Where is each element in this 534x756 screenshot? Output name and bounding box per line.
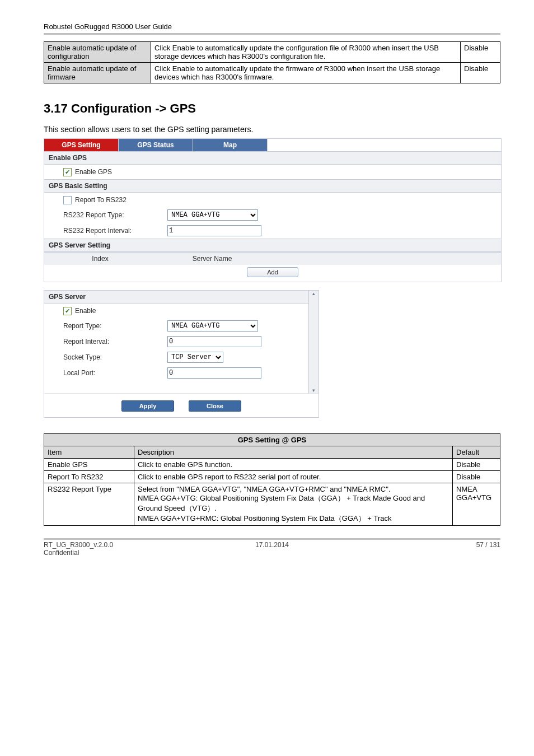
tab-gps-status[interactable]: GPS Status <box>119 139 193 151</box>
label-report-interval: Report Interval: <box>63 338 167 346</box>
band-enable-gps: Enable GPS <box>44 151 501 165</box>
header-rule <box>44 33 500 35</box>
gps-setting-panel: GPS Setting GPS Status Map Enable GPS ✔ … <box>44 138 502 282</box>
head-desc: Description <box>134 446 453 459</box>
label-enable-gps: Enable GPS <box>75 168 112 176</box>
label-socket-type: Socket Type: <box>63 353 167 361</box>
cell-default: Disable <box>453 459 500 471</box>
section-heading: 3.17 Configuration -> GPS <box>44 101 500 116</box>
cell-item: Enable GPS <box>44 459 134 471</box>
table-row: Enable automatic update of configuration… <box>44 42 500 63</box>
table-row: Enable automatic update of firmware Clic… <box>44 63 500 83</box>
label-local-port: Local Port: <box>63 369 167 377</box>
label-report-type: Report Type: <box>63 322 167 330</box>
apply-button[interactable]: Apply <box>121 400 174 412</box>
cell-default: Disable <box>461 63 500 83</box>
head-default: Default <box>453 446 500 459</box>
cell-item: RS232 Report Type <box>44 483 134 526</box>
select-socket-type[interactable]: TCP Server <box>167 352 223 363</box>
scroll-down-icon[interactable]: ▾ <box>312 388 315 393</box>
table-row: Enable GPS Click to enable GPS function.… <box>44 459 500 471</box>
top-config-table: Enable automatic update of configuration… <box>44 41 500 83</box>
input-report-interval[interactable] <box>167 336 261 347</box>
table-caption: GPS Setting @ GPS <box>44 434 500 446</box>
tab-spacer <box>268 139 501 151</box>
cell-default: NMEA GGA+VTG <box>453 483 500 526</box>
cell-desc: Select from "NMEA GGA+VTG", "NMEA GGA+VT… <box>134 483 453 526</box>
table-row: RS232 Report Type Select from "NMEA GGA+… <box>44 483 500 526</box>
footer-left-2: Confidential <box>44 549 79 557</box>
cell-desc: Click Enable to automatically update the… <box>151 42 461 63</box>
tab-gps-setting[interactable]: GPS Setting <box>44 139 119 151</box>
table-row: Report To RS232 Click to enable GPS repo… <box>44 471 500 483</box>
footer-right: 57 / 131 <box>348 541 500 557</box>
band-gps-server-setting: GPS Server Setting <box>44 239 501 252</box>
col-server-name: Server Name <box>156 253 268 265</box>
scrollbar[interactable]: ▴ ▾ <box>308 291 318 393</box>
checkbox-enable-gps[interactable]: ✔ <box>63 168 72 176</box>
col-index: Index <box>44 253 156 265</box>
label-server-enable: Enable <box>75 307 96 315</box>
gps-server-dialog: GPS Server ✔ Enable Report Type: NMEA GG… <box>44 290 319 418</box>
intro-text: This section allows users to set the GPS… <box>44 125 500 134</box>
close-button[interactable]: Close <box>189 400 241 412</box>
doc-header: Robustel GoRugged R3000 User Guide <box>44 22 500 31</box>
footer-rule <box>44 538 500 540</box>
band-gps-basic: GPS Basic Setting <box>44 179 501 193</box>
select-rs232-type[interactable]: NMEA GGA+VTG <box>167 209 258 221</box>
label-report-rs232: Report To RS232 <box>75 196 127 204</box>
footer-left-1: RT_UG_R3000_v.2.0.0 <box>44 541 113 549</box>
gps-setting-table: GPS Setting @ GPS Item Description Defau… <box>44 433 500 526</box>
cell-desc: Click to enable GPS report to RS232 seri… <box>134 471 453 483</box>
cell-item: Enable automatic update of firmware <box>44 63 151 83</box>
label-rs232-type: RS232 Report Type: <box>63 211 167 219</box>
cell-default: Disable <box>453 471 500 483</box>
input-rs232-interval[interactable] <box>167 225 261 236</box>
add-button[interactable]: Add <box>247 267 298 277</box>
checkbox-report-rs232[interactable]: ✔ <box>63 196 72 204</box>
cell-desc: Click Enable to automatically update the… <box>151 63 461 83</box>
cell-item: Report To RS232 <box>44 471 134 483</box>
label-rs232-interval: RS232 Report Interval: <box>63 227 167 235</box>
input-local-port[interactable] <box>167 367 261 379</box>
scroll-up-icon[interactable]: ▴ <box>312 291 315 296</box>
checkbox-server-enable[interactable]: ✔ <box>63 307 72 315</box>
head-item: Item <box>44 446 134 459</box>
tab-map[interactable]: Map <box>193 139 268 151</box>
cell-default: Disable <box>461 42 500 63</box>
footer-center: 17.01.2014 <box>196 541 348 557</box>
band-gps-server: GPS Server <box>44 291 308 304</box>
cell-desc: Click to enable GPS function. <box>134 459 453 471</box>
cell-item: Enable automatic update of configuration <box>44 42 151 63</box>
select-report-type[interactable]: NMEA GGA+VTG <box>167 320 258 332</box>
